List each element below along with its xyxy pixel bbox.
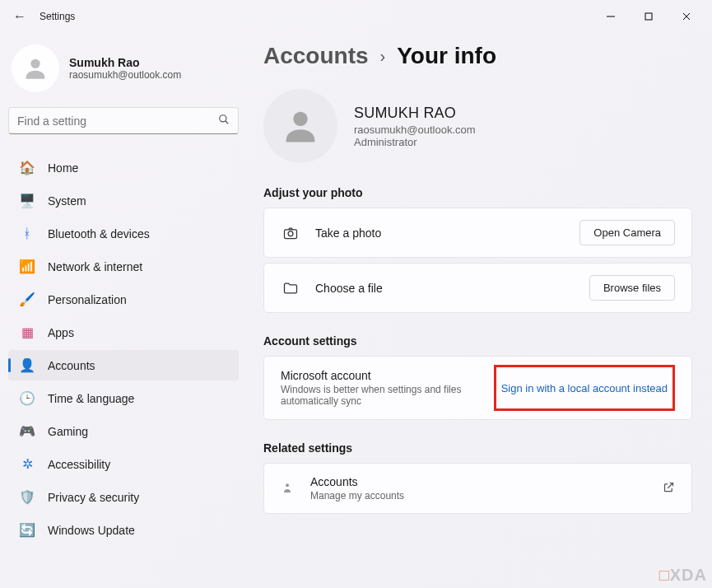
profile-header: SUMUKH RAO raosumukh@outlook.com Adminis… (263, 89, 692, 163)
sidebar-item-windows-update[interactable]: 🔄Windows Update (8, 515, 239, 545)
sidebar-item-accessibility[interactable]: ✲Accessibility (8, 449, 239, 479)
breadcrumb: Accounts › Your info (263, 43, 692, 69)
minimize-button[interactable] (592, 3, 630, 30)
sidebar-item-label: Time & language (48, 392, 134, 405)
profile-avatar (263, 89, 337, 163)
take-photo-row: Take a photo Open Camera (264, 208, 691, 257)
sidebar-item-label: Bluetooth & devices (48, 227, 150, 240)
section-adjust-photo: Adjust your photo (263, 186, 692, 199)
user-email: raosumukh@outlook.com (69, 69, 181, 81)
home-icon: 🏠 (18, 160, 36, 175)
profile-name: SUMUKH RAO (354, 105, 476, 122)
sidebar-item-label: Personalization (48, 293, 127, 306)
local-account-highlight: Sign in with a local account instead (494, 365, 675, 411)
profile-email: raosumukh@outlook.com (354, 124, 476, 136)
sidebar-item-bluetooth-devices[interactable]: ᚼBluetooth & devices (8, 218, 239, 249)
back-button[interactable]: ← (7, 9, 33, 24)
watermark: □XDA (659, 566, 707, 585)
search-icon (218, 114, 230, 128)
svg-point-9 (288, 231, 293, 236)
apps-icon: ▦ (18, 324, 36, 340)
bluetooth-devices-icon: ᚼ (18, 226, 36, 241)
chevron-right-icon: › (380, 47, 386, 66)
avatar (12, 44, 59, 92)
sidebar-item-label: Accessibility (48, 458, 110, 471)
camera-icon (281, 225, 300, 241)
maximize-button[interactable] (630, 3, 668, 30)
related-accounts-row[interactable]: Accounts Manage my accounts (264, 464, 691, 513)
sidebar-item-label: Apps (48, 326, 74, 339)
svg-rect-1 (645, 13, 652, 20)
svg-point-7 (293, 112, 307, 126)
open-external-icon (663, 481, 675, 496)
sidebar-item-label: Network & internet (48, 260, 142, 273)
svg-point-4 (30, 59, 40, 68)
section-related-settings: Related settings (263, 441, 692, 455)
section-account-settings: Account settings (263, 334, 692, 348)
ms-account-subtitle: Windows is better when settings and file… (281, 384, 494, 407)
sidebar-item-label: System (48, 194, 86, 208)
search-input[interactable] (17, 114, 218, 128)
sidebar-item-system[interactable]: 🖥️System (8, 185, 239, 216)
folder-icon (281, 280, 300, 296)
sidebar-item-network-internet[interactable]: 📶Network & internet (8, 251, 239, 282)
accessibility-icon: ✲ (18, 456, 36, 472)
sign-in-local-account-link[interactable]: Sign in with a local account instead (501, 382, 668, 394)
sidebar-item-home[interactable]: 🏠Home (8, 152, 239, 183)
accounts-icon: 👤 (18, 357, 36, 373)
privacy-security-icon: 🛡️ (18, 489, 36, 505)
sidebar-item-apps[interactable]: ▦Apps (8, 317, 239, 348)
breadcrumb-current: Your info (397, 43, 496, 69)
sidebar-item-time-language[interactable]: 🕒Time & language (8, 383, 239, 413)
sidebar-item-accounts[interactable]: 👤Accounts (8, 350, 239, 380)
sidebar-item-personalization[interactable]: 🖌️Personalization (8, 284, 239, 315)
sidebar-item-label: Gaming (48, 425, 88, 438)
breadcrumb-parent[interactable]: Accounts (263, 43, 369, 69)
system-icon: 🖥️ (18, 193, 36, 208)
choose-file-row: Choose a file Browse files (264, 264, 691, 312)
svg-point-10 (286, 483, 289, 487)
window-title: Settings (40, 11, 75, 22)
close-button[interactable] (668, 3, 705, 30)
network-internet-icon: 📶 (18, 259, 36, 274)
svg-point-5 (220, 115, 226, 122)
related-accounts-title: Accounts (310, 475, 663, 488)
open-camera-button[interactable]: Open Camera (579, 220, 675, 245)
choose-file-label: Choose a file (315, 282, 589, 295)
gaming-icon: 🎮 (18, 423, 36, 439)
sidebar-nav: 🏠Home🖥️SystemᚼBluetooth & devices📶Networ… (8, 152, 239, 545)
sidebar-item-gaming[interactable]: 🎮Gaming (8, 416, 239, 446)
microsoft-account-row: Microsoft account Windows is better when… (264, 357, 691, 419)
related-accounts-subtitle: Manage my accounts (310, 490, 663, 502)
browse-files-button[interactable]: Browse files (589, 275, 675, 301)
current-user-block[interactable]: Sumukh Rao raosumukh@outlook.com (8, 40, 239, 107)
take-photo-label: Take a photo (315, 226, 579, 240)
svg-line-6 (226, 121, 229, 124)
person-icon (281, 481, 296, 497)
sidebar-item-label: Privacy & security (48, 491, 139, 504)
profile-role: Administrator (354, 136, 476, 148)
sidebar-item-label: Windows Update (48, 524, 135, 537)
sidebar-item-privacy-security[interactable]: 🛡️Privacy & security (8, 482, 239, 512)
personalization-icon: 🖌️ (18, 292, 36, 307)
time-language-icon: 🕒 (18, 390, 36, 406)
sidebar-item-label: Home (48, 161, 78, 175)
sidebar-item-label: Accounts (48, 359, 95, 372)
search-box[interactable] (8, 107, 239, 134)
ms-account-title: Microsoft account (281, 369, 494, 382)
windows-update-icon: 🔄 (18, 522, 36, 538)
user-name: Sumukh Rao (69, 56, 181, 69)
